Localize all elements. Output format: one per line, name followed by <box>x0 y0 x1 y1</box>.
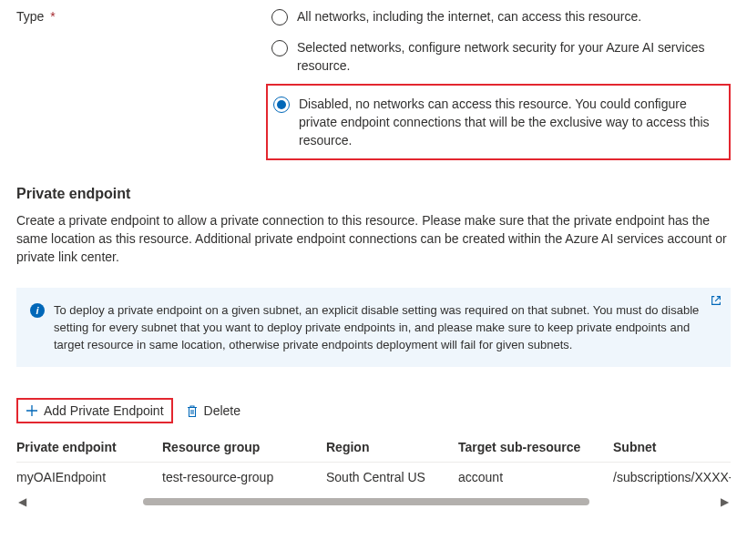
info-icon: i <box>30 303 45 318</box>
cell-region: South Central US <box>326 470 458 484</box>
cell-subnet: /subscriptions/XXXX- <box>613 470 731 484</box>
scroll-track[interactable] <box>34 498 713 505</box>
scroll-left-arrow[interactable]: ◀ <box>16 495 28 508</box>
cell-private-endpoint: myOAIEndpoint <box>16 470 162 484</box>
col-header-target[interactable]: Target sub-resource <box>458 440 613 454</box>
radio-option-selected[interactable]: Selected networks, configure network sec… <box>271 35 731 84</box>
type-label: Type * <box>16 4 271 24</box>
trash-icon <box>186 404 199 418</box>
endpoint-table: Private endpoint Resource group Region T… <box>16 433 731 492</box>
delete-button[interactable]: Delete <box>179 400 248 422</box>
table-header-row: Private endpoint Resource group Region T… <box>16 433 731 463</box>
info-callout: i To deploy a private endpoint on a give… <box>16 288 731 367</box>
horizontal-scrollbar[interactable]: ◀ ▶ <box>16 495 731 508</box>
endpoint-toolbar: Add Private Endpoint Delete <box>16 398 731 423</box>
radio-icon-selected <box>273 97 290 113</box>
delete-button-label: Delete <box>204 403 240 418</box>
required-asterisk: * <box>50 9 55 24</box>
private-endpoint-description: Create a private endpoint to allow a pri… <box>16 211 731 266</box>
plus-icon <box>26 404 38 417</box>
col-header-region[interactable]: Region <box>326 440 458 454</box>
info-text: To deploy a private endpoint on a given … <box>54 301 704 353</box>
radio-icon <box>271 40 288 56</box>
scroll-thumb[interactable] <box>143 498 589 505</box>
cell-target: account <box>458 470 613 484</box>
type-label-text: Type <box>16 9 44 24</box>
radio-option-label: Disabled, no networks can access this re… <box>299 95 723 149</box>
add-button-label: Add Private Endpoint <box>44 403 164 418</box>
private-endpoint-heading: Private endpoint <box>16 186 731 202</box>
radio-option-label: Selected networks, configure network sec… <box>297 38 731 75</box>
col-header-resource-group[interactable]: Resource group <box>162 440 326 454</box>
external-link-icon[interactable] <box>710 294 722 307</box>
radio-option-disabled[interactable]: Disabled, no networks can access this re… <box>273 91 723 153</box>
add-private-endpoint-button[interactable]: Add Private Endpoint <box>16 398 173 423</box>
col-header-private-endpoint[interactable]: Private endpoint <box>16 440 162 454</box>
selected-option-highlight: Disabled, no networks can access this re… <box>266 84 731 160</box>
radio-option-label: All networks, including the internet, ca… <box>297 7 731 25</box>
scroll-right-arrow[interactable]: ▶ <box>719 495 731 508</box>
radio-icon <box>271 9 288 25</box>
col-header-subnet[interactable]: Subnet <box>613 440 731 454</box>
cell-resource-group: test-resource-group <box>162 470 326 484</box>
radio-option-all[interactable]: All networks, including the internet, ca… <box>271 4 731 35</box>
table-row[interactable]: myOAIEndpoint test-resource-group South … <box>16 463 731 492</box>
